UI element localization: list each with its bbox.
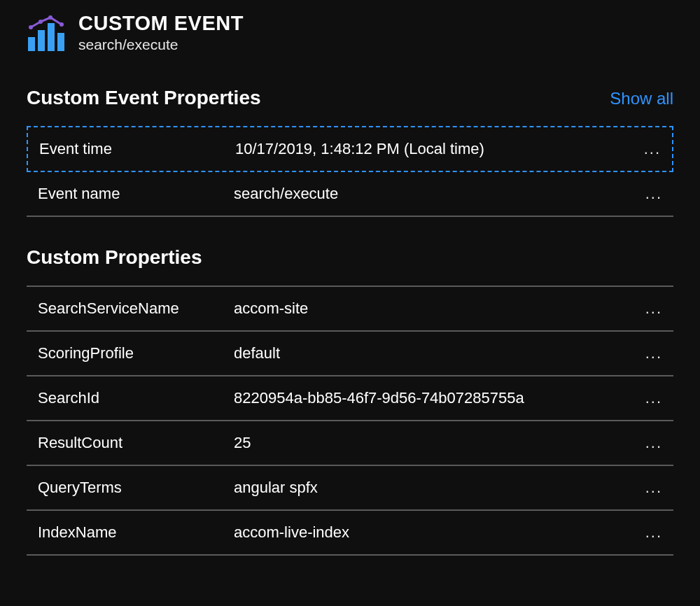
property-row-result-count[interactable]: ResultCount 25 ... [27,421,673,466]
svg-point-6 [48,15,52,20]
property-value: 10/17/2019, 1:48:12 PM (Local time) [235,140,633,158]
property-value: 25 [234,434,634,452]
more-icon[interactable]: ... [634,300,662,318]
section-title: Custom Properties [27,246,202,269]
section-title: Custom Event Properties [27,87,261,109]
more-icon[interactable]: ... [634,523,662,542]
property-value: 8220954a-bb85-46f7-9d56-74b07285755a [234,389,634,407]
property-row-search-id[interactable]: SearchId 8220954a-bb85-46f7-9d56-74b0728… [27,376,673,421]
svg-rect-2 [48,23,55,51]
property-value: accom-site [234,300,634,318]
page-subtitle: search/execute [78,36,244,53]
property-row-search-service-name[interactable]: SearchServiceName accom-site ... [27,287,673,332]
more-icon[interactable]: ... [634,479,662,497]
section-custom-event-properties: Custom Event Properties Show all Event t… [27,87,673,217]
property-row-scoring-profile[interactable]: ScoringProfile default ... [27,332,673,376]
more-icon[interactable]: ... [634,344,662,362]
property-row-query-terms[interactable]: QueryTerms angular spfx ... [27,466,673,511]
property-row-event-name[interactable]: Event name search/execute ... [27,172,673,217]
property-key: Event time [39,140,235,158]
custom-event-header: CUSTOM EVENT search/execute [27,13,673,53]
property-key: Event name [38,185,234,203]
custom-prop-rows: SearchServiceName accom-site ... Scoring… [27,286,673,556]
page-title: CUSTOM EVENT [78,13,244,35]
chart-icon [27,15,66,51]
property-value: accom-live-index [234,523,634,542]
svg-rect-3 [57,33,64,51]
more-icon[interactable]: ... [633,140,661,158]
svg-rect-1 [38,30,45,51]
property-key: ResultCount [38,434,234,452]
svg-point-4 [29,25,33,29]
section-head: Custom Event Properties Show all [27,87,673,109]
event-rows: Event time 10/17/2019, 1:48:12 PM (Local… [27,126,673,217]
page-root: CUSTOM EVENT search/execute Custom Event… [0,0,700,556]
property-key: QueryTerms [38,479,234,497]
show-all-link[interactable]: Show all [610,89,673,108]
more-icon[interactable]: ... [634,389,662,407]
property-row-index-name[interactable]: IndexName accom-live-index ... [27,511,673,556]
svg-point-5 [38,20,43,24]
property-key: SearchServiceName [38,300,234,318]
svg-rect-0 [28,37,35,51]
section-head: Custom Properties [27,246,673,269]
property-row-event-time[interactable]: Event time 10/17/2019, 1:48:12 PM (Local… [27,126,673,172]
more-icon[interactable]: ... [634,185,662,203]
property-key: SearchId [38,389,234,407]
section-custom-properties: Custom Properties SearchServiceName acco… [27,246,673,556]
property-key: IndexName [38,523,234,542]
property-value: default [234,344,634,362]
svg-point-7 [59,22,64,27]
property-key: ScoringProfile [38,344,234,362]
property-value: search/execute [234,185,634,203]
more-icon[interactable]: ... [634,434,662,452]
property-value: angular spfx [234,479,634,497]
header-text: CUSTOM EVENT search/execute [78,13,244,53]
